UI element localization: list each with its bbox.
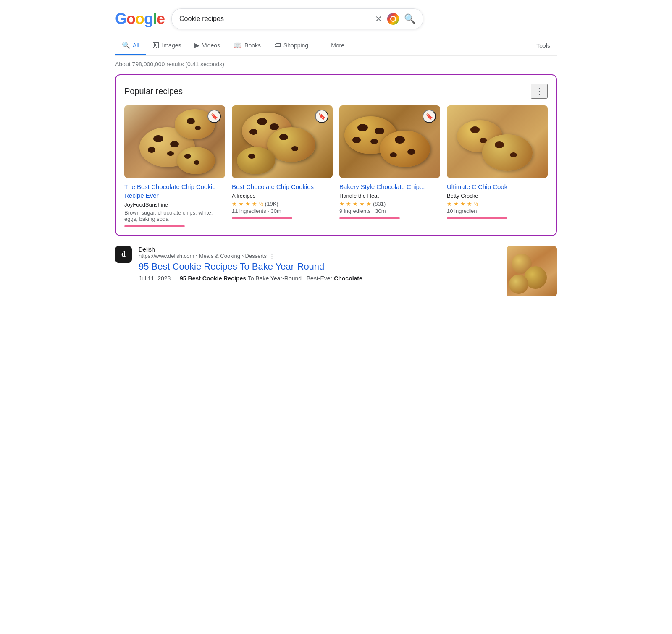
star-4: ★ — [360, 201, 365, 207]
star-3: ★ — [353, 201, 358, 207]
result-favicon-wrap: d — [115, 246, 132, 263]
search-bar[interactable]: ✕ 🔍 — [171, 8, 423, 29]
results-count: About 798,000,000 results (0.41 seconds) — [115, 61, 557, 68]
recipe-card-2[interactable]: 🔖 Best Chocolate Chip Cookies Allrecipes… — [232, 105, 333, 227]
books-icon: 📖 — [234, 41, 242, 49]
recipe-source-4: Betty Crocke — [447, 193, 548, 199]
recipe-bar-4 — [447, 217, 507, 219]
result-title[interactable]: 95 Best Cookie Recipes To Bake Year-Roun… — [139, 261, 500, 273]
recipe-image-1: 🔖 — [124, 105, 225, 178]
bookmark-button-2[interactable]: 🔖 — [315, 110, 328, 123]
star-1: ★ — [447, 201, 452, 207]
star-4: ★ — [467, 201, 472, 207]
recipe-name-1: The Best Chocolate Chip Cookie Recipe Ev… — [124, 182, 225, 200]
rating-count-2: (19K) — [265, 201, 278, 207]
popular-recipes-header: Popular recipes ⋮ — [124, 84, 548, 99]
recipe-image-3: 🔖 — [339, 105, 440, 178]
tab-books[interactable]: 📖 Books — [227, 36, 268, 55]
recipe-stars-3: ★ ★ ★ ★ ★ (831) — [339, 201, 440, 207]
more-options-button[interactable]: ⋮ — [531, 84, 548, 99]
tab-all[interactable]: 🔍 All — [115, 36, 146, 55]
recipe-ingredients-2: 11 ingredients · 30m — [232, 208, 333, 214]
bookmark-button-3[interactable]: 🔖 — [423, 110, 436, 123]
recipe-image-2: 🔖 — [232, 105, 333, 178]
tab-more[interactable]: ⋮ More — [315, 36, 351, 55]
search-input[interactable] — [179, 15, 370, 23]
result-info: Delish https://www.delish.com › Meals & … — [139, 246, 500, 283]
recipe-name-4: Ultimate C Chip Cook — [447, 182, 548, 191]
result-url: https://www.delish.com › Meals & Cooking… — [139, 253, 500, 259]
videos-icon: ▶ — [194, 41, 200, 49]
recipe-meta-1: Brown sugar, chocolate chips, white, egg… — [124, 210, 225, 222]
recipe-stars-2: ★ ★ ★ ★ ½ (19K) — [232, 201, 333, 207]
recipe-bar-2 — [232, 217, 292, 219]
recipe-bar-1 — [124, 225, 185, 227]
tab-shopping[interactable]: 🏷 Shopping — [268, 37, 315, 55]
google-lens-icon — [387, 13, 399, 25]
images-icon: 🖼 — [153, 42, 160, 49]
tools-button[interactable]: Tools — [530, 37, 557, 54]
result-thumbnail — [507, 246, 557, 296]
nav-tabs: 🔍 All 🖼 Images ▶ Videos 📖 Books 🏷 Shoppi… — [115, 36, 557, 56]
star-2: ★ — [454, 201, 459, 207]
result-source: Delish — [139, 246, 500, 253]
recipe-bar-3 — [339, 217, 400, 219]
recipe-name-3: Bakery Style Chocolate Chip... — [339, 182, 440, 191]
star-5: ½ — [259, 201, 263, 207]
recipe-name-2: Best Chocolate Chip Cookies — [232, 182, 333, 191]
google-logo: Google — [115, 10, 165, 28]
delish-favicon: d — [115, 246, 132, 263]
lens-button[interactable] — [387, 13, 399, 25]
recipe-ingredients-3: 9 ingredients · 30m — [339, 208, 440, 214]
recipe-source-2: Allrecipes — [232, 193, 333, 199]
star-3: ★ — [460, 201, 465, 207]
more-dots-icon: ⋮ — [322, 41, 328, 49]
star-3: ★ — [245, 201, 250, 207]
star-2: ★ — [346, 201, 351, 207]
shopping-icon: 🏷 — [274, 42, 281, 49]
result-url-options[interactable]: ⋮ — [269, 253, 275, 259]
star-1: ★ — [339, 201, 344, 207]
search-icons: ✕ 🔍 — [375, 13, 415, 25]
popular-recipes-box: Popular recipes ⋮ — [115, 74, 557, 236]
recipe-card-3[interactable]: 🔖 Bakery Style Chocolate Chip... Handle … — [339, 105, 440, 227]
recipe-image-4 — [447, 105, 548, 178]
star-2: ★ — [239, 201, 244, 207]
recipes-grid: 🔖 The Best Chocolate Chip Cookie Recipe … — [124, 105, 548, 227]
recipe-card-4[interactable]: Ultimate C Chip Cook Betty Crocke ★ ★ ★ … — [447, 105, 548, 227]
star-5: ½ — [474, 201, 478, 207]
lens-inner — [390, 16, 396, 22]
star-5: ★ — [366, 201, 371, 207]
star-1: ★ — [232, 201, 237, 207]
header: Google ✕ 🔍 — [115, 8, 557, 29]
thumbnail-image — [507, 246, 557, 296]
bookmark-button-1[interactable]: 🔖 — [207, 110, 221, 123]
search-button[interactable]: 🔍 — [404, 13, 415, 24]
recipe-source-1: JoyFoodSunshine — [124, 202, 225, 208]
result-snippet: Jul 11, 2023 — 95 Best Cookie Recipes To… — [139, 274, 500, 283]
tab-images[interactable]: 🖼 Images — [146, 37, 188, 55]
recipe-card-1[interactable]: 🔖 The Best Chocolate Chip Cookie Recipe … — [124, 105, 225, 227]
search-result-delish: d Delish https://www.delish.com › Meals … — [115, 246, 557, 296]
recipe-stars-4: ★ ★ ★ ★ ½ — [447, 201, 548, 207]
recipe-source-3: Handle the Heat — [339, 193, 440, 199]
tab-videos[interactable]: ▶ Videos — [188, 36, 227, 55]
popular-recipes-title: Popular recipes — [124, 86, 183, 96]
recipe-ingredients-4: 10 ingredien — [447, 208, 548, 214]
star-4: ★ — [252, 201, 257, 207]
rating-count-3: (831) — [373, 201, 386, 207]
clear-button[interactable]: ✕ — [375, 14, 382, 24]
search-icon: 🔍 — [122, 41, 130, 49]
